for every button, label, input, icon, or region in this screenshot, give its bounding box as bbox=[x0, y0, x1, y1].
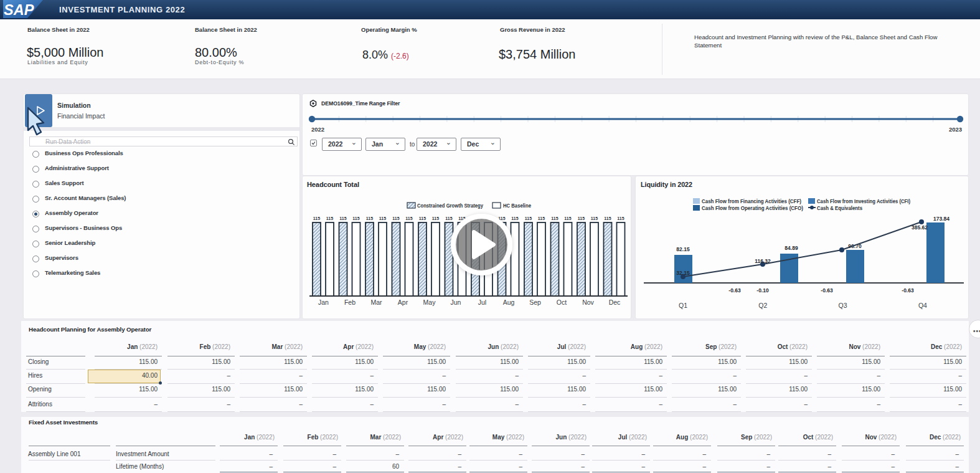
svg-text:Cash Flow from Financing Activ: Cash Flow from Financing Activities (CFF… bbox=[702, 198, 801, 204]
svg-text:116.32: 116.32 bbox=[755, 258, 771, 264]
svg-text:Apr: Apr bbox=[398, 299, 408, 306]
svg-text:115: 115 bbox=[445, 216, 452, 221]
svg-text:Q3: Q3 bbox=[839, 302, 847, 309]
svg-text:Cash & Equivalents: Cash & Equivalents bbox=[817, 205, 862, 211]
svg-text:Dec: Dec bbox=[609, 299, 621, 306]
svg-text:115: 115 bbox=[339, 216, 346, 221]
svg-text:-0.10: -0.10 bbox=[756, 287, 769, 294]
svg-text:115: 115 bbox=[352, 216, 359, 221]
svg-text:84.89: 84.89 bbox=[784, 245, 798, 251]
svg-text:-0.63: -0.63 bbox=[728, 287, 741, 294]
svg-text:115: 115 bbox=[525, 216, 532, 221]
svg-text:115: 115 bbox=[551, 216, 558, 221]
svg-text:173.84: 173.84 bbox=[933, 216, 949, 222]
svg-text:115: 115 bbox=[379, 216, 386, 221]
svg-text:115: 115 bbox=[366, 216, 373, 221]
svg-text:115: 115 bbox=[617, 216, 624, 221]
svg-text:Mar: Mar bbox=[370, 299, 382, 306]
svg-text:115: 115 bbox=[578, 216, 585, 221]
svg-text:Q1: Q1 bbox=[679, 302, 687, 309]
svg-text:Jul: Jul bbox=[478, 299, 486, 306]
svg-text:115: 115 bbox=[511, 216, 518, 221]
svg-text:Nov: Nov bbox=[582, 299, 594, 306]
svg-text:Aug: Aug bbox=[503, 299, 515, 306]
svg-text:-0.63: -0.63 bbox=[902, 287, 914, 294]
svg-text:115: 115 bbox=[564, 216, 571, 221]
svg-text:115: 115 bbox=[313, 216, 320, 221]
svg-text:Q2: Q2 bbox=[758, 302, 767, 309]
svg-text:115: 115 bbox=[326, 216, 333, 221]
svg-text:115: 115 bbox=[419, 216, 426, 221]
svg-text:Q4: Q4 bbox=[918, 302, 927, 309]
svg-text:Jan: Jan bbox=[318, 299, 329, 306]
svg-text:115: 115 bbox=[432, 216, 439, 221]
svg-text:115: 115 bbox=[392, 216, 399, 221]
svg-text:Jun: Jun bbox=[451, 299, 461, 306]
svg-text:May: May bbox=[423, 299, 436, 306]
svg-text:HC Baseline: HC Baseline bbox=[503, 203, 531, 209]
svg-text:-0.63: -0.63 bbox=[821, 287, 833, 294]
svg-text:Sep: Sep bbox=[529, 299, 541, 306]
svg-text:82.15: 82.15 bbox=[676, 246, 690, 252]
svg-text:Feb: Feb bbox=[344, 299, 356, 306]
svg-text:Constrained Growth Strategy: Constrained Growth Strategy bbox=[417, 203, 483, 209]
svg-text:115: 115 bbox=[405, 216, 412, 221]
svg-text:115: 115 bbox=[604, 216, 611, 221]
svg-text:385.62: 385.62 bbox=[912, 224, 928, 231]
svg-text:Oct: Oct bbox=[557, 299, 567, 306]
svg-text:Cash Flow from Investing Activ: Cash Flow from Investing Activities (CFI… bbox=[817, 198, 910, 204]
svg-text:115: 115 bbox=[591, 216, 598, 221]
svg-text:SAP: SAP bbox=[4, 2, 34, 18]
svg-text:115: 115 bbox=[538, 216, 545, 221]
svg-text:32.15: 32.15 bbox=[676, 270, 690, 276]
svg-text:Cash Flow from Operating Activ: Cash Flow from Operating Activities (CFO… bbox=[702, 205, 803, 211]
